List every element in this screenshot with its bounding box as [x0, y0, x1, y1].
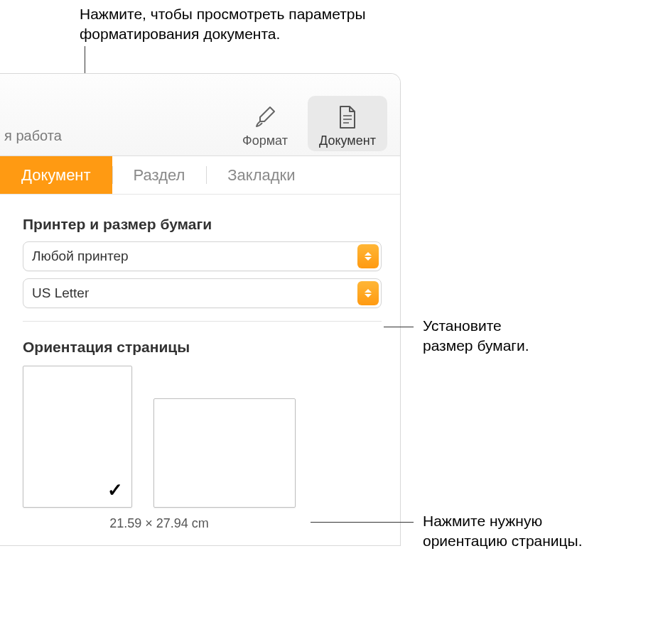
document-icon	[337, 102, 358, 132]
orientation-section-title: Ориентация страницы	[23, 339, 382, 356]
document-toolbar-button[interactable]: Документ	[308, 96, 387, 151]
updown-arrows-icon	[357, 244, 379, 268]
paintbrush-icon	[253, 102, 277, 132]
section-divider	[23, 321, 382, 322]
orientation-portrait-button[interactable]: ✓	[23, 366, 132, 508]
tab-bar: Документ Раздел Закладки	[0, 156, 400, 195]
format-toolbar-label: Формат	[242, 133, 288, 148]
checkmark-icon: ✓	[107, 479, 123, 501]
content-area: Принтер и размер бумаги Любой принтер US…	[0, 195, 400, 545]
paper-size-select[interactable]: US Letter	[23, 278, 382, 308]
printer-section-title: Принтер и размер бумаги	[23, 216, 382, 233]
callout-leader-line-orientation	[311, 522, 414, 523]
tab-document[interactable]: Документ	[0, 156, 112, 194]
page-dimensions-label: 21.59 × 27.94 cm	[23, 516, 296, 531]
orientation-row: ✓	[23, 366, 382, 508]
tab-section[interactable]: Раздел	[112, 156, 207, 194]
toolbar: я работа Формат Документ	[0, 74, 400, 156]
document-toolbar-label: Документ	[319, 133, 376, 148]
format-toolbar-button[interactable]: Формат	[225, 96, 305, 151]
callout-formatting-options: Нажмите, чтобы просмотреть параметры фор…	[80, 4, 366, 45]
sidebar-panel: я работа Формат Документ	[0, 73, 401, 546]
printer-select[interactable]: Любой принтер	[23, 241, 382, 271]
printer-select-value: Любой принтер	[32, 249, 129, 264]
callout-leader-line-paper	[384, 327, 414, 327]
paper-size-select-value: US Letter	[32, 285, 89, 301]
tab-bookmarks[interactable]: Закладки	[206, 156, 316, 194]
orientation-landscape-button[interactable]	[153, 398, 296, 508]
updown-arrows-icon	[357, 281, 379, 305]
toolbar-left-fragment: я работа	[4, 128, 62, 151]
callout-orientation: Нажмите нужную ориентацию страницы.	[423, 511, 583, 552]
callout-paper-size: Установите размер бумаги.	[423, 316, 529, 356]
